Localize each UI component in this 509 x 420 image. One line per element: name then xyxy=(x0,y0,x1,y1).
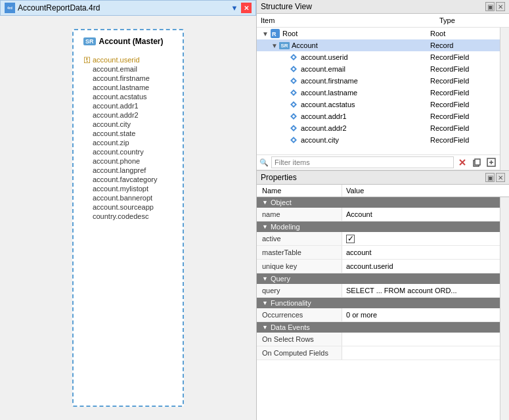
tree-row[interactable]: account.firstnameRecordField xyxy=(257,75,500,87)
tree-row[interactable]: account.lastnameRecordField xyxy=(257,87,500,99)
tree-type: RecordField xyxy=(430,77,496,85)
svg-text:R: R xyxy=(272,31,277,37)
prop-value-cell[interactable]: Account xyxy=(342,208,500,221)
prop-value-cell[interactable]: account xyxy=(342,246,500,259)
tree-expand-icon[interactable] xyxy=(279,64,288,74)
tree-label: account.lastname xyxy=(301,89,430,97)
prop-section-data events[interactable]: ▼Data Events xyxy=(257,322,500,333)
prop-value-cell[interactable]: account.userid xyxy=(342,260,500,273)
tree-expand-icon[interactable] xyxy=(279,88,288,97)
tree-header: Item Type xyxy=(257,14,509,28)
prop-content[interactable]: ▼ObjectnameAccount▼ModelingactivemasterT… xyxy=(257,197,500,420)
tree-type: RecordField xyxy=(430,124,496,132)
prop-col-value: Value xyxy=(342,185,509,197)
master-record-box: SR Account (Master) account.useridaccoun… xyxy=(72,29,184,407)
section-label: Object xyxy=(271,198,292,206)
checkbox-icon[interactable] xyxy=(346,235,355,243)
tree-expand-icon[interactable]: ▼ xyxy=(270,41,279,50)
tree-row[interactable]: account.acstatusRecordField xyxy=(257,99,500,110)
field-item: account.zip xyxy=(83,138,173,147)
prop-section-object[interactable]: ▼Object xyxy=(257,197,500,208)
tree-label: Root xyxy=(282,30,430,37)
tree-row[interactable]: account.emailRecordField xyxy=(257,63,500,75)
tree-row[interactable]: account.addr1RecordField xyxy=(257,110,500,122)
pin-button[interactable]: ▼ xyxy=(229,3,240,13)
filter-add-button[interactable] xyxy=(485,156,497,168)
props-main: ▼ObjectnameAccount▼ModelingactivemasterT… xyxy=(257,197,500,420)
structure-view: Structure View ▣ ✕ Item Type ▼RRootRoot▼… xyxy=(257,0,509,171)
props-scrollbar[interactable] xyxy=(500,197,509,420)
restore-props-button[interactable]: ▣ xyxy=(485,173,495,182)
filter-clear-button[interactable] xyxy=(456,156,468,168)
close-structure-button[interactable]: ✕ xyxy=(496,2,505,11)
field-icon xyxy=(288,52,299,62)
structure-view-title: Structure View xyxy=(261,2,485,11)
prop-section-functionality[interactable]: ▼Functionality xyxy=(257,298,500,308)
tree-row[interactable]: account.useridRecordField xyxy=(257,51,500,63)
tree-type: Root xyxy=(430,30,496,37)
filter-bar: 🔍 xyxy=(257,154,500,170)
prop-name-cell: On Select Rows xyxy=(257,333,342,346)
field-item: account.mylistopt xyxy=(83,184,173,193)
prop-value-cell[interactable]: 0 or more xyxy=(342,308,500,321)
tree-expand-icon[interactable] xyxy=(279,124,288,133)
field-icon xyxy=(288,87,299,98)
properties-panel: Properties ▣ ✕ Name Value ▼ObjectnameAcc… xyxy=(257,171,509,420)
tree-type: RecordField xyxy=(430,65,496,73)
prop-section-modeling[interactable]: ▼Modeling xyxy=(257,222,500,232)
title-icons: ▼ ✕ xyxy=(229,3,252,13)
tree-expand-icon[interactable] xyxy=(279,100,288,109)
section-label: Query xyxy=(271,275,290,283)
right-panel: Structure View ▣ ✕ Item Type ▼RRootRoot▼… xyxy=(256,0,509,420)
tree-main: ▼RRootRoot▼SRAccountRecordaccount.userid… xyxy=(257,28,500,170)
prop-name-cell: Occurrences xyxy=(257,308,342,321)
prop-value-cell[interactable] xyxy=(342,232,500,245)
prop-name-cell: active xyxy=(257,232,342,245)
tree-col-item-header: Item xyxy=(261,15,439,26)
tree-expand-icon[interactable] xyxy=(279,112,288,121)
tree-expand-icon[interactable] xyxy=(279,76,288,85)
tree-content[interactable]: ▼RRootRoot▼SRAccountRecordaccount.userid… xyxy=(257,28,500,154)
tree-row[interactable]: ▼SRAccountRecord xyxy=(257,39,500,51)
tree-row[interactable]: account.cityRecordField xyxy=(257,134,500,146)
prop-row: unique keyaccount.userid xyxy=(257,260,500,273)
tree-expand-icon[interactable] xyxy=(279,135,288,145)
main-container: 4rd AccountReportData.4rd ▼ ✕ SR Account… xyxy=(0,0,509,420)
section-arrow-icon: ▼ xyxy=(262,324,268,331)
left-panel: 4rd AccountReportData.4rd ▼ ✕ SR Account… xyxy=(0,0,256,420)
section-label: Functionality xyxy=(271,299,311,307)
restore-button[interactable]: ▣ xyxy=(485,2,495,11)
root-icon: R xyxy=(270,28,280,39)
prop-section-query[interactable]: ▼Query xyxy=(257,273,500,284)
prop-name-cell: query xyxy=(257,284,342,297)
left-panel-titlebar: 4rd AccountReportData.4rd ▼ ✕ xyxy=(0,0,256,16)
tree-type: RecordField xyxy=(430,53,496,61)
left-panel-content: SR Account (Master) account.useridaccoun… xyxy=(0,16,256,420)
field-item: account.phone xyxy=(83,156,173,166)
prop-value-cell[interactable]: SELECT ... FROM account ORD... xyxy=(342,284,500,297)
structure-view-controls: ▣ ✕ xyxy=(485,2,505,11)
field-item: account.banneropt xyxy=(83,193,173,202)
prop-row: querySELECT ... FROM account ORD... xyxy=(257,284,500,298)
prop-row: masterTableaccount xyxy=(257,246,500,260)
field-icon xyxy=(288,123,299,133)
sr-badge: SR xyxy=(83,37,96,45)
filter-input[interactable] xyxy=(271,156,454,168)
close-button[interactable]: ✕ xyxy=(241,3,252,13)
prop-row: nameAccount xyxy=(257,208,500,222)
field-icon xyxy=(288,111,299,122)
close-props-button[interactable]: ✕ xyxy=(496,173,505,182)
tree-row[interactable]: account.addr2RecordField xyxy=(257,122,500,134)
field-item: account.addr2 xyxy=(83,110,173,120)
structure-scrollbar[interactable] xyxy=(500,28,509,170)
tree-type: RecordField xyxy=(430,112,496,120)
prop-row: Occurrences0 or more xyxy=(257,308,500,322)
tree-label: Account xyxy=(292,41,430,49)
tree-expand-icon[interactable]: ▼ xyxy=(261,29,270,38)
tree-row[interactable]: ▼RRootRoot xyxy=(257,28,500,39)
filter-copy-button[interactable] xyxy=(471,156,483,168)
field-item: account.lastname xyxy=(83,83,173,92)
structure-tree-area: ▼RRootRoot▼SRAccountRecordaccount.userid… xyxy=(257,28,509,170)
prop-row: On Computed Fields xyxy=(257,346,500,360)
tree-expand-icon[interactable] xyxy=(279,53,288,62)
